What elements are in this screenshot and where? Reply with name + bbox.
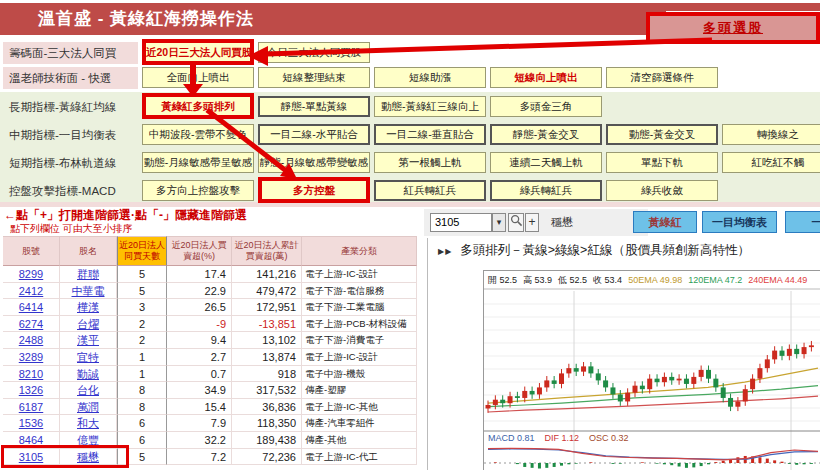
filter-button[interactable]: 紅兵轉紅兵 <box>374 180 486 201</box>
filter-button[interactable]: 第一根觸上軌 <box>374 152 486 173</box>
stock-name-link[interactable]: 宜特 <box>60 349 117 366</box>
bullish-pick-badge[interactable]: 多頭選股 <box>646 12 820 44</box>
filter-button[interactable]: 轉換線之 <box>722 124 820 145</box>
filter-button[interactable]: 黃綠紅多頭排列 <box>142 93 254 119</box>
industry-cell: 電子下游-工業電腦 <box>302 299 417 316</box>
industry-cell: 電子中游-機殼 <box>302 366 417 383</box>
stock-code-link[interactable]: 6414 <box>3 299 60 316</box>
amount-cell: 118,350 <box>232 415 302 432</box>
table-header-cell[interactable]: 股名 <box>60 236 117 266</box>
table-header-cell[interactable]: 股號 <box>3 236 60 266</box>
pct-cell: 7.9 <box>167 415 232 432</box>
filter-button[interactable]: 今日三大法人同買股 <box>258 42 370 63</box>
filter-button[interactable]: 近20日三大法人同買股 <box>142 39 254 65</box>
amount-cell: 13,874 <box>232 349 302 366</box>
table-header-cell[interactable]: 產業分類 <box>302 236 417 266</box>
table-header-cell[interactable]: 近20日法人買賣超(%) <box>167 236 232 266</box>
amount-cell: 36,836 <box>232 399 302 416</box>
stock-code-link[interactable]: 8210 <box>3 366 60 383</box>
filter-button[interactable]: 短線整理結束 <box>258 67 370 88</box>
stock-code-combobox[interactable]: 3105 <box>430 213 492 232</box>
table-row: 1536和大67.9118,350傳產-汽車零組件 <box>3 415 417 432</box>
amount-cell: 172,951 <box>232 299 302 316</box>
stock-code-link[interactable]: 6274 <box>3 316 60 333</box>
stock-code-link[interactable]: 3289 <box>3 349 60 366</box>
days-cell: 5 <box>117 266 167 283</box>
filter-button[interactable]: 動態-月線敏感帶呈敏感 <box>142 152 254 173</box>
stock-name-link[interactable]: 台燿 <box>60 316 117 333</box>
industry-cell: 電子上游-IC-設計 <box>302 349 417 366</box>
badge-label: 多頭選股 <box>703 20 763 35</box>
selected-stock-name: 穩懋 <box>551 215 573 230</box>
filter-button[interactable]: 靜態-黃金交叉 <box>490 124 602 145</box>
filter-button[interactable]: 多方控盤 <box>258 177 370 203</box>
filter-button[interactable]: 多頭金三角 <box>490 96 602 117</box>
filter-button[interactable]: 靜態-單點黃線 <box>258 96 370 117</box>
stock-name-link[interactable]: 台化 <box>60 382 117 399</box>
filter-button[interactable]: 中期波段-雲帶不變色 <box>142 124 254 145</box>
filter-button[interactable]: 綠兵轉紅兵 <box>490 180 602 201</box>
pct-cell: 34.9 <box>167 382 232 399</box>
search-button[interactable] <box>508 213 524 232</box>
filter-button[interactable]: 動態-黃金交叉 <box>606 124 718 145</box>
filter-button[interactable]: 一目二線-垂直貼合 <box>374 124 486 145</box>
tab-yellow-green-red[interactable]: 黃綠紅 <box>633 211 697 233</box>
table-header-row: 股號股名近20日法人同買天數近20日法人買賣超(%)近20日法人累計買賣超(萬)… <box>3 236 417 266</box>
table-row: 2412中華電522.9479,472電子下游-電信服務 <box>3 283 417 300</box>
stock-code-value: 3105 <box>435 216 459 228</box>
stock-name-link[interactable]: 中華電 <box>60 283 117 300</box>
table-row: 6187萬潤815.436,836電子上游-IC-其他 <box>3 399 417 416</box>
filter-button[interactable]: 清空篩選條件 <box>606 67 718 88</box>
legend-item: 120EMA 47.2 <box>688 275 742 285</box>
days-cell: 2 <box>117 316 167 333</box>
table-header-cell[interactable]: 近20日法人累計買賣超(萬) <box>232 236 302 266</box>
days-cell: 5 <box>117 283 167 300</box>
stock-name-link[interactable]: 勤誠 <box>60 366 117 383</box>
stock-code-link[interactable]: 2412 <box>3 283 60 300</box>
filter-button[interactable]: 綠兵收斂 <box>606 180 718 201</box>
filter-button[interactable]: 靜態-月線敏感帶變敏感 <box>258 152 370 173</box>
macd-legend-item: DIF 1.12 <box>545 433 580 443</box>
filter-button[interactable]: 短線助漲 <box>374 67 486 88</box>
legend-item: 開 52.5 <box>488 275 517 285</box>
app-window: 溫首盛 - 黃綠紅海撈操作法 多頭選股 籌碼面-三大法人同買近20日三大法人同買… <box>0 0 820 470</box>
filter-button[interactable]: 一目二線-水平貼合 <box>258 124 370 145</box>
stock-name-link[interactable]: 漢平 <box>60 332 117 349</box>
filter-button[interactable]: 單點下軌 <box>606 152 718 173</box>
stock-picker: 3105 ▾ + 穩懋 <box>424 209 648 236</box>
amount-cell: -13,851 <box>232 316 302 333</box>
filter-button[interactable]: 短線向上噴出 <box>490 67 602 88</box>
filter-row: 籌碼面-三大法人同買近20日三大法人同買股今日三大法人同買股 <box>0 42 820 68</box>
highlight-annotation-box <box>1 445 129 468</box>
stock-name-link[interactable]: 萬潤 <box>60 399 117 416</box>
stock-code-link[interactable]: 8299 <box>3 266 60 283</box>
filter-button[interactable]: 連續二天觸上軌 <box>490 152 602 173</box>
filter-button[interactable]: 紅吃紅不觸 <box>722 152 820 173</box>
table-header-cell[interactable]: 近20日法人同買天數 <box>117 236 167 266</box>
filter-row-label: 籌碼面-三大法人同買 <box>3 42 138 64</box>
stock-name-link[interactable]: 樺漢 <box>60 299 117 316</box>
tab-ichimoku-2[interactable]: 一目 <box>785 211 820 233</box>
table-row: 2488漢平29.413,102電子下游-消費電子 <box>3 332 417 349</box>
stock-name-link[interactable]: 和大 <box>60 415 117 432</box>
days-cell: 8 <box>117 382 167 399</box>
caption-text: 多頭排列－黃線>綠線>紅線（股價具頻創新高特性） <box>460 243 750 257</box>
filter-row-label: 控盤攻擊指標-MACD <box>3 180 138 202</box>
table-row: 6414樺漢326.5172,951電子下游-工業電腦 <box>3 299 417 316</box>
legend-item: 50EMA 49.98 <box>628 275 682 285</box>
tab-ichimoku-1[interactable]: 一目均衡表 <box>702 211 777 233</box>
add-filter-button[interactable]: + <box>525 213 539 232</box>
chevron-down-icon[interactable]: ▾ <box>492 213 506 232</box>
stock-code-link[interactable]: 2488 <box>3 332 60 349</box>
filter-button[interactable]: 全面向上噴出 <box>142 67 254 88</box>
stock-code-link[interactable]: 6187 <box>3 399 60 416</box>
industry-cell: 傳產-汽車零組件 <box>302 415 417 432</box>
table-row: 8210勤誠10.7918電子中游-機殼 <box>3 366 417 383</box>
filter-button[interactable]: 動態-黃綠紅三線向上 <box>374 96 486 117</box>
legend-item: 收 53.4 <box>593 275 622 285</box>
filter-button[interactable]: 多方向上控盤攻擊 <box>142 180 254 201</box>
stock-code-link[interactable]: 1326 <box>3 382 60 399</box>
stock-name-link[interactable]: 群聯 <box>60 266 117 283</box>
pct-cell: 17.4 <box>167 266 232 283</box>
stock-code-link[interactable]: 1536 <box>3 415 60 432</box>
